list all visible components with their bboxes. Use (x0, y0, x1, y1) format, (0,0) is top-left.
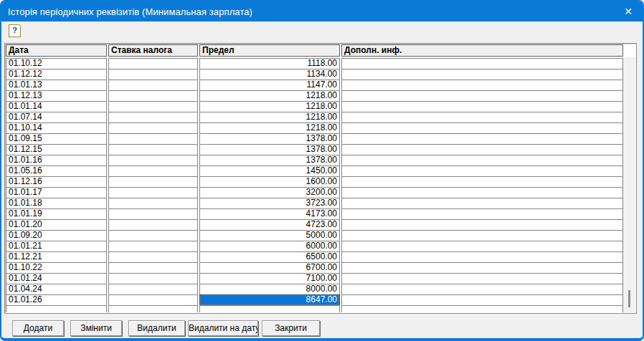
cell-rate[interactable] (108, 198, 198, 209)
add-button[interactable]: Додати (12, 320, 64, 336)
cell-date[interactable]: 01.01.16 (6, 155, 107, 166)
scrollbar-thumb[interactable] (628, 290, 630, 307)
cell-info[interactable] (341, 69, 623, 80)
cell-limit[interactable]: 1450.00 (199, 165, 340, 177)
cell-date[interactable]: 01.10.14 (6, 123, 107, 134)
cell-rate[interactable] (108, 262, 198, 274)
cell-date[interactable]: 01.01.21 (6, 241, 107, 252)
cell-info[interactable] (341, 112, 623, 123)
cell-rate[interactable] (108, 294, 198, 306)
cell-date[interactable]: 01.01.19 (6, 208, 107, 220)
cell-date[interactable]: 01.07.14 (6, 112, 107, 123)
cell-rate[interactable] (108, 230, 198, 241)
cell-limit[interactable]: 1378.00 (199, 155, 340, 166)
delete-button[interactable]: Видалити (128, 320, 185, 336)
cell-limit[interactable]: 1218.00 (199, 112, 340, 123)
cell-limit[interactable]: 1218.00 (199, 123, 340, 134)
cell-date[interactable]: 01.01.20 (6, 219, 107, 231)
cell-date[interactable]: 01.09.20 (6, 230, 107, 241)
cell-limit[interactable]: 1600.00 (199, 176, 340, 188)
cell-date[interactable]: 01.12.12 (6, 69, 107, 80)
cell-limit[interactable]: 1218.00 (199, 90, 340, 102)
vertical-scrollbar[interactable] (623, 57, 635, 312)
cell-date[interactable]: 01.01.24 (6, 273, 107, 284)
cell-limit[interactable]: 4723.00 (199, 219, 340, 231)
cell-limit[interactable]: 6500.00 (199, 251, 340, 263)
cell-info[interactable] (341, 58, 623, 69)
cell-date[interactable]: 01.01.14 (6, 101, 107, 112)
cell-info[interactable] (341, 251, 623, 263)
cell-info[interactable] (341, 144, 623, 155)
cell-rate[interactable] (108, 90, 198, 102)
cell-rate[interactable] (108, 176, 198, 188)
cell-rate[interactable] (108, 251, 198, 263)
cell-info[interactable] (341, 101, 623, 112)
cell-rate[interactable] (108, 144, 198, 155)
cell-info[interactable] (341, 165, 623, 177)
close-dialog-button[interactable]: Закрити (262, 320, 320, 336)
cell-rate[interactable] (108, 187, 198, 198)
cell-info[interactable] (341, 155, 623, 166)
cell-rate[interactable] (108, 241, 198, 252)
edit-button[interactable]: Змінити (70, 320, 122, 336)
cell-rate[interactable] (108, 165, 198, 177)
cell-info[interactable] (341, 273, 623, 284)
cell-limit[interactable]: 8000.00 (199, 284, 340, 295)
cell-info[interactable] (341, 176, 623, 188)
cell-limit[interactable]: 1378.00 (199, 144, 340, 155)
cell-date[interactable]: 01.12.13 (6, 90, 107, 102)
cell-limit[interactable]: 1118.00 (199, 58, 340, 69)
cell-date[interactable]: 01.01.13 (6, 80, 107, 91)
cell-rate[interactable] (108, 112, 198, 123)
cell-limit[interactable]: 1218.00 (199, 101, 340, 112)
cell-rate[interactable] (108, 219, 198, 231)
cell-date[interactable]: 01.12.21 (6, 251, 107, 263)
cell-limit[interactable]: 4173.00 (199, 208, 340, 220)
cell-rate[interactable] (108, 80, 198, 91)
cell-info[interactable] (341, 230, 623, 241)
cell-info[interactable] (341, 262, 623, 274)
cell-info[interactable] (341, 294, 623, 306)
cell-rate[interactable] (108, 58, 198, 69)
cell-date[interactable]: 01.09.15 (6, 133, 107, 145)
cell-date[interactable]: 01.01.17 (6, 187, 107, 198)
cell-date[interactable]: 01.01.26 (6, 294, 107, 306)
cell-info[interactable] (341, 198, 623, 209)
cell-rate[interactable] (108, 133, 198, 145)
cell-rate[interactable] (108, 101, 198, 112)
cell-info[interactable] (341, 187, 623, 198)
cell-info[interactable] (341, 90, 623, 102)
cell-limit[interactable]: 6000.00 (199, 241, 340, 252)
cell-info[interactable] (341, 219, 623, 231)
cell-limit[interactable]: 1134.00 (199, 69, 340, 80)
cell-rate[interactable] (108, 123, 198, 134)
cell-rate[interactable] (108, 155, 198, 166)
cell-date[interactable]: 01.04.24 (6, 284, 107, 295)
cell-rate[interactable] (108, 69, 198, 80)
cell-limit[interactable]: 6700.00 (199, 262, 340, 274)
cell-info[interactable] (341, 284, 623, 295)
cell-info[interactable] (341, 80, 623, 91)
cell-info[interactable] (341, 133, 623, 145)
selected-cell[interactable]: 8647.00 (199, 294, 340, 306)
cell-limit[interactable]: 3723.00 (199, 198, 340, 209)
cell-date[interactable]: 01.10.12 (6, 58, 107, 69)
cell-rate[interactable] (108, 273, 198, 284)
cell-date[interactable]: 01.12.16 (6, 176, 107, 188)
delete-on-date-button[interactable]: Видалити на дату (188, 320, 258, 336)
cell-limit[interactable]: 5000.00 (199, 230, 340, 241)
cell-limit[interactable]: 7100.00 (199, 273, 340, 284)
cell-date[interactable]: 01.10.22 (6, 262, 107, 274)
cell-info[interactable] (341, 123, 623, 134)
cell-info[interactable] (341, 208, 623, 220)
cell-date[interactable]: 01.12.15 (6, 144, 107, 155)
cell-limit[interactable]: 1147.00 (199, 80, 340, 91)
cell-limit[interactable]: 3200.00 (199, 187, 340, 198)
cell-limit[interactable]: 1378.00 (199, 133, 340, 145)
cell-rate[interactable] (108, 284, 198, 295)
close-button[interactable]: ✕ (620, 1, 637, 21)
cell-rate[interactable] (108, 208, 198, 220)
cell-info[interactable] (341, 241, 623, 252)
help-button[interactable]: ? (9, 24, 21, 37)
cell-date[interactable]: 01.05.16 (6, 165, 107, 177)
